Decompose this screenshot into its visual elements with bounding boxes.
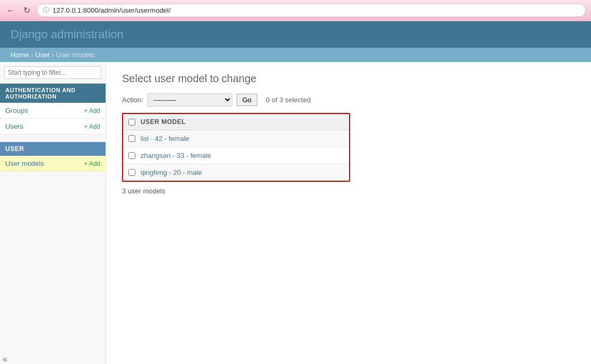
row-link-1[interactable]: lisi - 42 - female bbox=[141, 135, 189, 143]
action-label: Action: bbox=[122, 96, 143, 104]
sidebar-groups-link[interactable]: Groups bbox=[5, 106, 28, 114]
sidebar-groups-add[interactable]: + Add bbox=[84, 107, 100, 114]
url-text: 127.0.0.1:8000/admin/user/usermodel/ bbox=[53, 6, 171, 14]
info-icon: ⓘ bbox=[43, 6, 49, 15]
row-checkbox-1[interactable] bbox=[128, 135, 135, 142]
row-count: 3 user models bbox=[122, 187, 575, 195]
sidebar-user-models-link[interactable]: User models bbox=[5, 159, 44, 167]
action-bar: Action: ---------- Go 0 of 3 selected bbox=[122, 93, 575, 106]
table-row: zhangsan - 33 - female bbox=[123, 147, 349, 164]
sidebar-users-link[interactable]: Users bbox=[5, 122, 23, 130]
breadcrumb-current: User models bbox=[56, 51, 94, 59]
user-table: USER MODEL lisi - 42 - female zhangsan -… bbox=[122, 113, 350, 182]
table-column-header: USER MODEL bbox=[141, 118, 186, 126]
breadcrumb: Home › User › User models bbox=[0, 48, 591, 62]
row-link-3[interactable]: qingfeng - 20 - male bbox=[141, 168, 202, 176]
sidebar-users-add[interactable]: + Add bbox=[84, 123, 100, 130]
sidebar-section-auth: AUTHENTICATION AND AUTHORIZATION bbox=[0, 84, 106, 103]
browser-chrome: ← ↻ ⓘ 127.0.0.1:8000/admin/user/usermode… bbox=[0, 0, 591, 21]
sidebar-section-user: USER bbox=[0, 142, 106, 156]
sidebar-filter-container bbox=[0, 62, 106, 84]
row-link-2[interactable]: zhangsan - 33 - female bbox=[141, 152, 211, 159]
sidebar-user-models-add[interactable]: + Add bbox=[84, 160, 100, 167]
page-title: Select user model to change bbox=[122, 73, 575, 85]
breadcrumb-sep2: › bbox=[51, 51, 54, 59]
row-checkbox-2[interactable] bbox=[128, 152, 135, 159]
go-button[interactable]: Go bbox=[237, 94, 257, 106]
sidebar-item-users: Users + Add bbox=[0, 119, 106, 135]
address-bar: ⓘ 127.0.0.1:8000/admin/user/usermodel/ bbox=[37, 4, 586, 17]
django-header: Django administration bbox=[0, 21, 591, 48]
breadcrumb-user[interactable]: User bbox=[35, 51, 49, 59]
select-all-checkbox[interactable] bbox=[128, 119, 135, 126]
table-row: lisi - 42 - female bbox=[123, 130, 349, 147]
breadcrumb-sep1: › bbox=[31, 51, 33, 59]
back-button[interactable]: ← bbox=[5, 5, 16, 16]
collapse-sidebar-button[interactable]: « bbox=[3, 354, 7, 364]
row-checkbox-3[interactable] bbox=[128, 169, 135, 176]
content-area: Select user model to change Action: ----… bbox=[106, 62, 591, 364]
sidebar-item-groups: Groups + Add bbox=[0, 103, 106, 119]
table-header-row: USER MODEL bbox=[123, 114, 349, 130]
breadcrumb-home[interactable]: Home bbox=[11, 51, 29, 59]
sidebar-filter-input[interactable] bbox=[4, 66, 101, 79]
sidebar-item-user-models: User models + Add bbox=[0, 156, 106, 172]
site-title: Django administration bbox=[11, 28, 580, 41]
main-layout: AUTHENTICATION AND AUTHORIZATION Groups … bbox=[0, 62, 591, 364]
reload-button[interactable]: ↻ bbox=[21, 5, 32, 16]
selected-count: 0 of 3 selected bbox=[266, 96, 311, 104]
table-row: qingfeng - 20 - male bbox=[123, 164, 349, 181]
sidebar: AUTHENTICATION AND AUTHORIZATION Groups … bbox=[0, 62, 106, 364]
action-select[interactable]: ---------- bbox=[147, 93, 232, 106]
